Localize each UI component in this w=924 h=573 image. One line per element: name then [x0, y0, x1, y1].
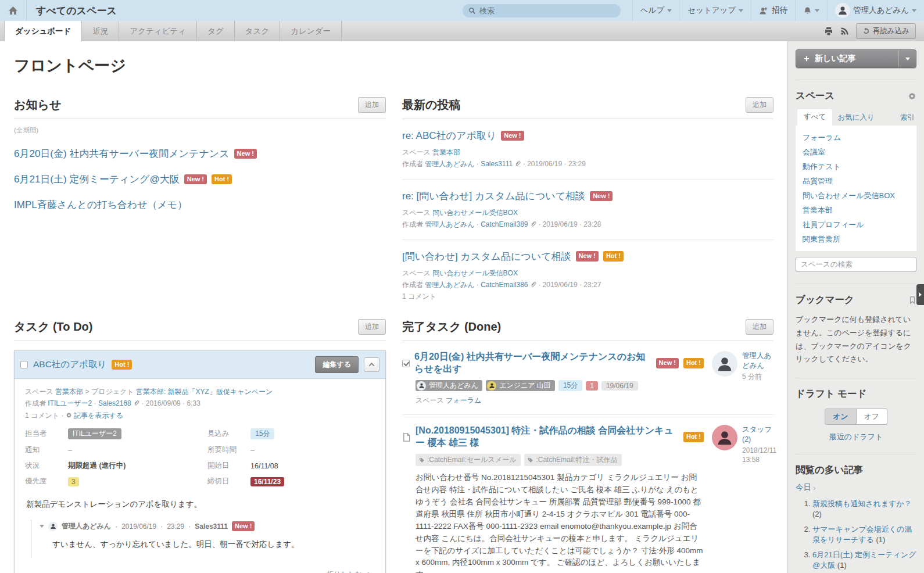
space-link[interactable]: 営業本部 [432, 148, 460, 156]
date-badge: 19/06/19 [601, 381, 638, 391]
post-title-link[interactable]: re: ABC社のアポ取り [402, 129, 496, 142]
done-user-link[interactable]: スタッフ (2) [742, 425, 772, 443]
comment-author[interactable]: 管理人あどみん [62, 521, 111, 531]
user-menu[interactable]: 管理人あどみん [827, 0, 924, 21]
collapse-button[interactable] [364, 357, 379, 372]
todo-add-button[interactable]: 追加 [358, 319, 386, 335]
sidebar-collapse-handle[interactable] [916, 284, 924, 305]
spaces-tab-all[interactable]: すべて [797, 109, 832, 126]
refresh-icon [862, 27, 870, 35]
tag-link[interactable]: CatchEmail386 [481, 281, 528, 289]
done-add-button[interactable]: 追加 [746, 319, 773, 335]
show-article-link[interactable]: 記事を表示する [74, 411, 123, 420]
announcement-link[interactable]: 6月21日(土) 定例ミーティング@大阪 [14, 173, 180, 186]
bookmark-section: ブックマーク ブックマークに何も登録されていません。このページを登録するには、ブ… [796, 284, 916, 366]
bookmark-icon[interactable] [908, 296, 916, 305]
home-button[interactable] [0, 0, 27, 21]
tab-tasks[interactable]: タスク [235, 21, 280, 41]
invite-button[interactable]: 招待 [751, 0, 795, 21]
post-item: re: ABC社のアポ取り New ! スペース 営業本部 作成者 管理人あどみ… [402, 119, 773, 179]
space-link[interactable]: フォーラム [446, 396, 481, 404]
help-label: ヘルプ [640, 5, 664, 16]
space-search-input[interactable] [796, 257, 916, 272]
draft-mode-section: ドラフト モード オン オフ 最近のドラフト [796, 378, 916, 442]
recent-drafts-link[interactable]: 最近のドラフト [829, 432, 883, 441]
help-menu[interactable]: ヘルプ [632, 0, 679, 21]
done-user-link[interactable]: 管理人あどみん [742, 352, 771, 370]
done-title-link[interactable]: 6月20日(金) 社内共有サーバー夜間メンテナンスのお知らせを出す [414, 351, 651, 375]
invite-label: 招待 [772, 5, 787, 16]
rss-icon[interactable] [840, 27, 849, 35]
tag-chip[interactable]: :CatchEmail:セールスメール [416, 454, 521, 466]
task-title-link[interactable]: ABC社のアポ取り [33, 359, 106, 371]
tag-chip[interactable]: :CatchEmail:特注・試作品 [524, 454, 622, 466]
draft-off-button[interactable]: オフ [857, 409, 888, 425]
space-link[interactable]: フォーラム [803, 130, 909, 145]
announcement-link[interactable]: 6月20日(金) 社内共有サーバー夜間メンテナンス [14, 147, 230, 160]
space-link[interactable]: 関東営業所 [803, 232, 909, 246]
fold-button[interactable]: 折りたたむ [25, 558, 375, 573]
priority-badge: 1 [586, 381, 598, 391]
space-link[interactable]: 会議室 [803, 145, 909, 159]
comment-tag[interactable]: Sales3111 [195, 522, 228, 531]
post-title-link[interactable]: re: [問い合わせ] カスタム品について相談 [402, 189, 585, 203]
space-link[interactable]: 問い合わせメール受信BOX [432, 269, 518, 277]
space-link[interactable]: 問い合わせメール受信BOX [803, 188, 909, 203]
announcement-link[interactable]: IMPL斉藤さんとの打ち合わせ（メモ） [14, 198, 187, 212]
estimate-badge: 15分 [250, 428, 274, 439]
collapse-triangle-icon[interactable] [40, 525, 44, 528]
edit-button[interactable]: 編集する [315, 356, 359, 373]
draft-on-button[interactable]: オン [825, 409, 857, 425]
popular-link[interactable]: サマーキャンプ会場近くの温泉をリサーチする [812, 525, 912, 544]
author-link[interactable]: 管理人あどみん [425, 220, 474, 228]
space-link[interactable]: 営業本部 [55, 388, 83, 396]
notifications-menu[interactable] [795, 0, 827, 21]
reload-button[interactable]: 再読み込み [856, 23, 916, 39]
print-icon[interactable] [824, 27, 833, 36]
assignee-chip: エンジニア 山田 [486, 380, 555, 391]
space-link[interactable]: 動作テスト [803, 159, 909, 174]
posts-add-button[interactable]: 追加 [746, 97, 773, 113]
tab-status[interactable]: 近況 [82, 21, 119, 41]
today-link[interactable]: 今日 › [796, 482, 816, 493]
space-link[interactable]: 営業本部 [803, 203, 909, 217]
setup-menu[interactable]: セットアップ [679, 0, 751, 21]
spaces-index-link[interactable]: 索引 [900, 113, 915, 123]
done-checkbox[interactable] [402, 360, 410, 367]
global-search[interactable] [463, 4, 621, 17]
author-label: 作成者 [402, 281, 423, 289]
new-article-button[interactable]: 新しい記事 [796, 49, 916, 68]
author-link[interactable]: 管理人あどみん [425, 160, 474, 168]
space-link[interactable]: 問い合わせメール受信BOX [432, 209, 518, 217]
task-checkbox[interactable] [20, 361, 28, 368]
new-article-dropdown[interactable] [898, 50, 916, 67]
reload-label: 再読み込み [873, 26, 909, 36]
tag-icon [419, 457, 425, 463]
project-link[interactable]: 営業本部: 新製品「XYZ」販促キャンペーン [136, 388, 273, 396]
author-link[interactable]: ITILユーザー2 [48, 399, 92, 407]
tab-dashboard[interactable]: ダッシュボード [4, 21, 82, 41]
space-link[interactable]: 社員プロフィール [803, 217, 909, 232]
gear-icon[interactable] [908, 92, 916, 101]
tab-tags[interactable]: タグ [197, 21, 235, 41]
post-title-link[interactable]: [問い合わせ] カスタム品について相談 [402, 250, 571, 263]
announcements-add-button[interactable]: 追加 [358, 97, 386, 113]
tag-link[interactable]: Sales3111 [481, 160, 513, 168]
tab-activity[interactable]: アクティビティ [119, 21, 197, 41]
avatar[interactable] [712, 425, 737, 450]
done-time: 2018/12/11 13:58 [742, 446, 773, 464]
avatar[interactable] [712, 351, 737, 377]
popular-link[interactable]: 6月21日(土) 定例ミーティング@大阪 [812, 550, 916, 570]
tag-link[interactable]: CatchEmail389 [481, 220, 528, 228]
estimate-badge: 15分 [558, 380, 582, 391]
separator: · [188, 522, 191, 531]
popular-link[interactable]: 新規投稿も通知されますか？ [812, 499, 912, 508]
post-time: 23:29 [568, 160, 586, 168]
search-input[interactable] [479, 6, 615, 15]
tab-calendar[interactable]: カレンダー [280, 21, 342, 41]
tag-link[interactable]: Sales2168 [98, 399, 131, 407]
done-title-link[interactable]: [No.20180915045301] 特注・試作品の相談 合同会社サンキュー … [416, 425, 679, 449]
author-link[interactable]: 管理人あどみん [425, 281, 474, 289]
spaces-tab-favorites[interactable]: お気に入り [832, 110, 879, 126]
space-link[interactable]: 品質管理 [803, 174, 909, 188]
